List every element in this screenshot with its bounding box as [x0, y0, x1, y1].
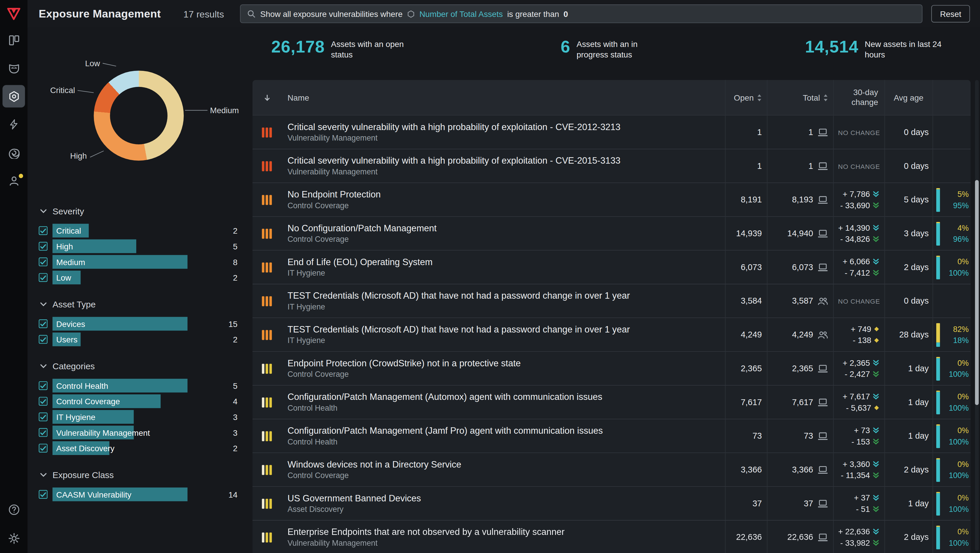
column-header-trend — [932, 80, 970, 115]
filter-item-devices[interactable]: Devices15 — [39, 317, 237, 331]
checkbox[interactable] — [39, 257, 48, 266]
checkbox[interactable] — [39, 412, 48, 421]
filter-section-categories[interactable]: Categories — [40, 361, 237, 371]
sort-carets-icon[interactable] — [823, 93, 828, 102]
change-minus: - 33,690 — [840, 201, 870, 210]
checkbox[interactable] — [39, 335, 48, 344]
table-row[interactable]: Configuration/Patch Management (Automox)… — [253, 386, 970, 420]
filter-item-low[interactable]: Low2 — [39, 271, 237, 284]
severity-indicator-icon — [253, 352, 282, 385]
row-name-cell: Configuration/Patch Management (Jamf Pro… — [281, 420, 725, 453]
row-name: No Configuration/Patch Management — [288, 223, 437, 233]
filter-item-vulnerability-management[interactable]: Vulnerability Management3 — [39, 426, 237, 439]
table-row[interactable]: Configuration/Patch Management (Jamf Pro… — [253, 420, 970, 453]
table-row[interactable]: No Configuration/Patch ManagementControl… — [253, 217, 970, 251]
help-icon[interactable] — [3, 498, 25, 521]
trend-mini-bar — [936, 357, 940, 380]
column-header-total[interactable]: Total — [767, 80, 833, 115]
change-minus: - 2,427 — [845, 369, 870, 378]
table-row[interactable]: TEST Credentials (Microsoft AD) that hav… — [253, 284, 970, 318]
settings-gear-icon[interactable] — [3, 527, 25, 549]
change-30day: + 73- 153 — [833, 420, 885, 453]
column-header-name[interactable]: Name — [281, 80, 725, 115]
table-row[interactable]: US Government Banned DevicesAsset Discov… — [253, 487, 970, 521]
checkbox[interactable] — [39, 443, 48, 452]
change-plus: + 2,365 — [843, 358, 870, 367]
spiral-icon[interactable] — [3, 141, 25, 164]
open-count: 1 — [725, 149, 767, 183]
filter-section-exposure-class[interactable]: Exposure Class — [40, 470, 237, 480]
filter-label: Critical — [56, 226, 81, 236]
filter-item-control-health[interactable]: Control Health5 — [39, 379, 237, 393]
table-row[interactable]: Windows devices not in a Directory Servi… — [253, 453, 970, 487]
filter-count: 3 — [188, 428, 237, 437]
filter-item-control-coverage[interactable]: Control Coverage4 — [39, 394, 237, 408]
total-count: 7,617 — [767, 386, 833, 419]
vertical-scrollbar[interactable] — [975, 80, 979, 551]
trend-pct-top: 0% — [945, 528, 969, 536]
trend-breakdown: 0%100% — [932, 487, 970, 520]
table-row[interactable]: Critical severity vulnerability with a h… — [253, 116, 970, 149]
trend-breakdown: 0%100% — [932, 521, 970, 553]
checkbox[interactable] — [39, 242, 48, 251]
exposure-shield-icon[interactable] — [3, 85, 25, 107]
filter-item-users[interactable]: Users2 — [39, 332, 237, 346]
bolt-icon[interactable] — [3, 113, 25, 136]
column-header-avg-age[interactable]: Avg age — [885, 80, 932, 115]
severity-indicator-icon — [253, 183, 282, 216]
filter-item-high[interactable]: High5 — [39, 240, 237, 253]
table-body: Critical severity vulnerability with a h… — [253, 116, 970, 553]
checkbox[interactable] — [39, 397, 48, 406]
filter-item-critical[interactable]: Critical2 — [39, 224, 237, 237]
tenable-logo-icon[interactable] — [0, 0, 27, 27]
query-bar[interactable]: Show all exposure vulnerabilities where … — [240, 5, 923, 23]
total-count: 4,249 — [767, 318, 833, 351]
user-icon[interactable] — [3, 170, 25, 192]
row-name: Endpoint Protection (CrowdStrike) not in… — [288, 358, 521, 368]
table-row[interactable]: No Endpoint ProtectionControl Coverage8,… — [253, 183, 970, 217]
checkbox[interactable] — [39, 428, 48, 437]
checkbox[interactable] — [39, 319, 48, 328]
query-value[interactable]: 0 — [563, 9, 568, 18]
chevrons-teal-icon — [872, 494, 880, 501]
reset-button[interactable]: Reset — [931, 5, 970, 22]
open-count: 3,366 — [725, 453, 767, 486]
sort-carets-icon[interactable] — [757, 93, 762, 102]
trend-breakdown: 0%100% — [932, 251, 970, 284]
table-row[interactable]: End of Life (EOL) Operating SystemIT Hyg… — [253, 251, 970, 284]
filter-count: 14 — [188, 490, 237, 499]
checkbox[interactable] — [39, 490, 48, 499]
severity-donut-chart[interactable]: Low Critical High Medium — [27, 27, 252, 184]
filter-count-bar: Control Health — [52, 379, 188, 393]
filter-count-bar: Control Coverage — [52, 394, 188, 408]
scrollbar-thumb[interactable] — [975, 180, 979, 405]
filter-count: 5 — [188, 242, 237, 251]
trend-breakdown: 0%100% — [932, 453, 970, 486]
filter-item-asset-discovery[interactable]: Asset Discovery2 — [39, 441, 237, 455]
filter-section-asset-type[interactable]: Asset Type — [40, 299, 237, 309]
severity-sort-header[interactable] — [253, 80, 282, 115]
table-row[interactable]: TEST Credentials (Microsoft AD) that hav… — [253, 318, 970, 352]
column-header-change[interactable]: 30-day change — [833, 80, 885, 115]
column-header-open[interactable]: Open — [725, 80, 767, 115]
severity-indicator-icon — [253, 420, 282, 453]
table-row[interactable]: Enterprise Endpoints that are not observ… — [253, 521, 970, 553]
filter-sidebar: Low Critical High Medium SeverityCritica… — [27, 27, 252, 553]
chevrons-teal-icon — [872, 224, 880, 231]
checkbox[interactable] — [39, 226, 48, 235]
checkbox[interactable] — [39, 273, 48, 282]
no-change-label: NO CHANGE — [838, 297, 880, 305]
table-row[interactable]: Critical severity vulnerability with a h… — [253, 149, 970, 183]
open-count: 7,617 — [725, 386, 767, 419]
table-row[interactable]: Endpoint Protection (CrowdStrike) not in… — [253, 352, 970, 386]
filter-item-caasm-vulnerability[interactable]: CAASM Vulnerability14 — [39, 487, 237, 501]
filter-item-medium[interactable]: Medium8 — [39, 255, 237, 269]
checkbox[interactable] — [39, 381, 48, 390]
filter-item-it-hygiene[interactable]: IT Hygiene3 — [39, 410, 237, 424]
filter-section-severity[interactable]: Severity — [40, 206, 237, 216]
query-field[interactable]: Number of Total Assets — [419, 9, 503, 18]
boards-icon[interactable] — [3, 29, 25, 51]
mask-icon[interactable] — [3, 57, 25, 79]
diamond-yellow-icon — [874, 337, 880, 343]
row-category: IT Hygiene — [288, 336, 325, 345]
